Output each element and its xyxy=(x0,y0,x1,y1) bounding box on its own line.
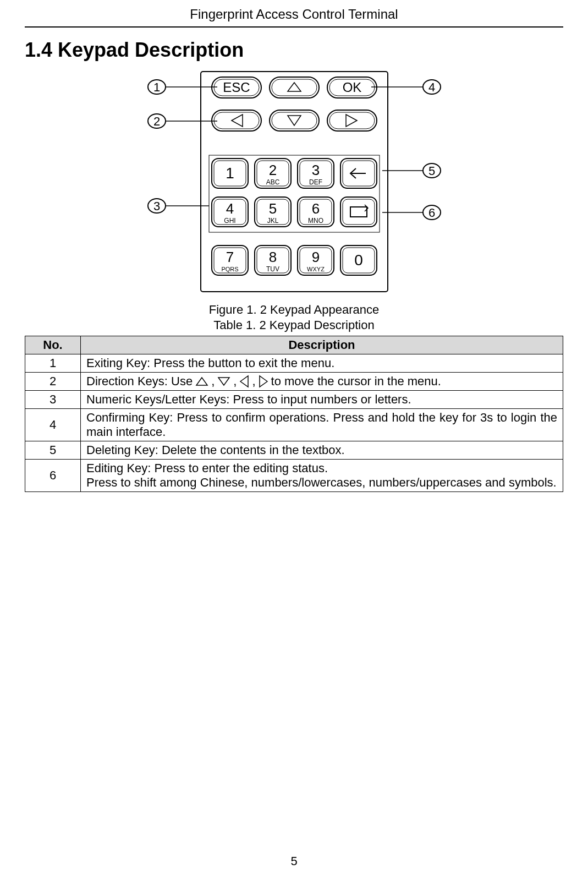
svg-marker-79 xyxy=(260,376,267,387)
edit-key[interactable] xyxy=(340,197,377,227)
svg-text:MNO: MNO xyxy=(308,217,323,225)
key-2[interactable]: 2 ABC xyxy=(255,159,291,188)
keypad-figure: 1 2 3 4 5 xyxy=(25,66,563,332)
row-no: 1 xyxy=(25,354,81,373)
table-row: 1 Exiting Key: Press the button to exit … xyxy=(25,354,563,373)
callout-5: 5 xyxy=(382,163,441,178)
esc-button[interactable]: ESC xyxy=(212,77,261,98)
section-heading: 1.4 Keypad Description xyxy=(25,39,563,62)
callout-3: 3 xyxy=(148,199,209,213)
svg-text:WXYZ: WXYZ xyxy=(307,266,325,272)
key-5[interactable]: 5 JKL xyxy=(255,197,291,227)
svg-text:1: 1 xyxy=(226,165,234,182)
triangle-right-icon xyxy=(258,375,269,388)
key-3[interactable]: 3 DEF xyxy=(298,159,334,188)
table-header-desc: Description xyxy=(81,336,563,354)
svg-text:DEF: DEF xyxy=(309,178,322,186)
svg-text:6: 6 xyxy=(311,200,319,217)
svg-text:2: 2 xyxy=(153,114,160,128)
row-no: 5 xyxy=(25,441,81,460)
table-caption: Table 1. 2 Keypad Description xyxy=(25,318,563,332)
row-no: 4 xyxy=(25,409,81,441)
up-button[interactable] xyxy=(270,77,319,98)
svg-text:2: 2 xyxy=(268,162,276,178)
backspace-key[interactable] xyxy=(340,159,377,188)
svg-marker-78 xyxy=(240,376,248,387)
svg-text:OK: OK xyxy=(342,80,361,95)
page-header-title: Fingerprint Access Control Terminal xyxy=(25,0,563,28)
svg-text:9: 9 xyxy=(311,249,319,265)
svg-marker-76 xyxy=(196,378,207,385)
svg-text:6: 6 xyxy=(428,206,435,220)
key-0[interactable]: 0 xyxy=(340,245,377,275)
right-arrow-icon xyxy=(346,114,357,127)
svg-text:GHI: GHI xyxy=(224,217,235,225)
svg-rect-30 xyxy=(327,110,377,131)
svg-rect-26 xyxy=(212,110,261,131)
svg-rect-31 xyxy=(329,112,375,129)
key-9[interactable]: 9 WXYZ xyxy=(298,245,334,275)
down-button[interactable] xyxy=(270,110,319,131)
row-desc: Exiting Key: Press the button to exit th… xyxy=(81,354,563,373)
ok-button[interactable]: OK xyxy=(327,77,377,98)
svg-rect-21 xyxy=(270,77,319,98)
svg-text:1: 1 xyxy=(153,80,160,94)
row2-text-post: to move the cursor in the menu. xyxy=(271,374,441,389)
page-number: 5 xyxy=(0,854,588,868)
row-desc: Deleting Key: Delete the contents in the… xyxy=(81,441,563,460)
svg-text:4: 4 xyxy=(428,80,435,94)
key-4[interactable]: 4 GHI xyxy=(212,197,248,227)
keypad-svg: 1 2 3 4 5 xyxy=(102,66,487,297)
left-arrow-icon xyxy=(232,114,243,127)
key-6[interactable]: 6 MNO xyxy=(298,197,334,227)
row-desc: Editing Key: Press to enter the editing … xyxy=(81,460,563,492)
figure-caption: Figure 1. 2 Keypad Appearance xyxy=(25,303,563,317)
table-row: 3 Numeric Keys/Letter Keys: Press to inp… xyxy=(25,391,563,409)
svg-text:TUV: TUV xyxy=(266,265,279,273)
svg-rect-22 xyxy=(272,79,317,96)
svg-text:0: 0 xyxy=(354,252,363,269)
row-desc: Direction Keys: Use , , , to move the cu… xyxy=(81,373,563,391)
triangle-left-icon xyxy=(239,375,250,388)
backspace-arrow-icon xyxy=(350,168,366,178)
svg-text:4: 4 xyxy=(226,200,233,217)
row2-text-pre: Direction Keys: Use xyxy=(86,374,193,389)
left-button[interactable] xyxy=(212,110,261,131)
svg-text:5: 5 xyxy=(268,200,276,217)
key-7[interactable]: 7 PQRS xyxy=(212,245,248,275)
callout-6: 6 xyxy=(382,205,441,220)
keypad-description-table: No. Description 1 Exiting Key: Press the… xyxy=(25,336,563,492)
svg-rect-59 xyxy=(343,199,375,225)
down-arrow-icon xyxy=(288,116,301,125)
callout-2: 2 xyxy=(148,114,217,128)
svg-marker-77 xyxy=(218,378,229,385)
svg-rect-60 xyxy=(350,207,367,217)
table-row: 5 Deleting Key: Delete the contents in t… xyxy=(25,441,563,460)
page: Fingerprint Access Control Terminal 1.4 … xyxy=(0,0,588,885)
callout-4: 4 xyxy=(371,80,441,94)
key-8[interactable]: 8 TUV xyxy=(255,245,291,275)
right-button[interactable] xyxy=(327,110,377,131)
up-arrow-icon xyxy=(288,83,301,91)
callout-1: 1 xyxy=(148,80,217,94)
row-no: 6 xyxy=(25,460,81,492)
table-row: 2 Direction Keys: Use , , , to move the … xyxy=(25,373,563,391)
triangle-down-icon xyxy=(217,376,231,387)
svg-rect-29 xyxy=(272,112,317,129)
table-header-row: No. Description xyxy=(25,336,563,354)
row-desc: Confirming Key: Press to confirm operati… xyxy=(81,409,563,441)
key-1[interactable]: 1 xyxy=(212,159,248,188)
svg-text:7: 7 xyxy=(226,249,233,265)
row-no: 2 xyxy=(25,373,81,391)
svg-text:3: 3 xyxy=(311,162,319,178)
svg-text:8: 8 xyxy=(268,249,276,265)
svg-rect-27 xyxy=(214,112,259,129)
svg-rect-28 xyxy=(270,110,319,131)
svg-rect-58 xyxy=(340,197,377,227)
svg-text:ESC: ESC xyxy=(223,80,250,95)
table-row: 6 Editing Key: Press to enter the editin… xyxy=(25,460,563,492)
table-row: 4 Confirming Key: Press to confirm opera… xyxy=(25,409,563,441)
svg-text:5: 5 xyxy=(428,164,435,178)
svg-text:ABC: ABC xyxy=(266,178,279,186)
row-desc: Numeric Keys/Letter Keys: Press to input… xyxy=(81,391,563,409)
